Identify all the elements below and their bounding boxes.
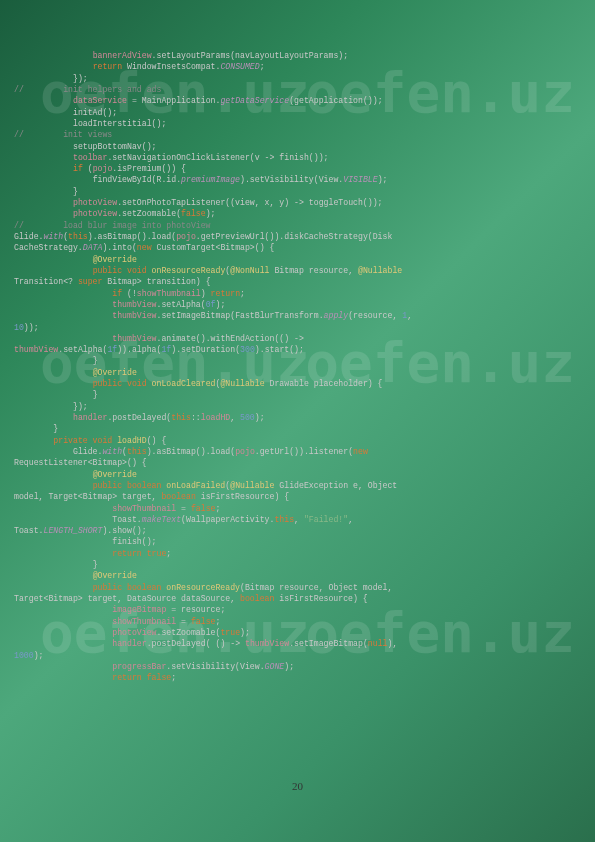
code-line: photoView.setOnPhotoTapListener((view, x…	[14, 197, 581, 208]
code-line: thumbView.animate().withEndAction(() ->	[14, 333, 581, 344]
code-line: }	[14, 389, 581, 400]
code-line: showThumbnail = false;	[14, 503, 581, 514]
code-line: initAd();	[14, 107, 581, 118]
code-line: @Override	[14, 367, 581, 378]
code-line: public void onResourceReady(@NonNull Bit…	[14, 265, 581, 276]
code-line: setupBottomNav();	[14, 141, 581, 152]
code-line: 10));	[14, 322, 581, 333]
code-line: Transition<? super Bitmap> transition) {	[14, 276, 581, 287]
code-line: photoView.setZoomable(false);	[14, 208, 581, 219]
code-line: CacheStrategy.DATA).into(new CustomTarge…	[14, 242, 581, 253]
code-line: });	[14, 73, 581, 84]
code-line: thumbView.setAlpha(1f)).alpha(1f).setDur…	[14, 344, 581, 355]
code-line: return false;	[14, 672, 581, 683]
code-line: imageBitmap = resource;	[14, 604, 581, 615]
code-line: findViewById(R.id.premiumImage).setVisib…	[14, 174, 581, 185]
code-line: 1000);	[14, 650, 581, 661]
code-line: model, Target<Bitmap> target, boolean is…	[14, 491, 581, 502]
code-block: bannerAdView.setLayoutParams(navLayoutLa…	[0, 0, 595, 694]
code-line: showThumbnail = false;	[14, 616, 581, 627]
code-line: if (pojo.isPremium()) {	[14, 163, 581, 174]
code-line: private void loadHD() {	[14, 435, 581, 446]
code-line: if (!showThumbnail) return;	[14, 288, 581, 299]
code-line: photoView.setZoomable(true);	[14, 627, 581, 638]
code-line: }	[14, 423, 581, 434]
code-line: public boolean onResourceReady(Bitmap re…	[14, 582, 581, 593]
code-line: @Override	[14, 570, 581, 581]
code-line: thumbView.setAlpha(0f);	[14, 299, 581, 310]
code-line: });	[14, 401, 581, 412]
code-line: }	[14, 355, 581, 366]
code-line: Toast.makeText(WallpaperActivity.this, "…	[14, 514, 581, 525]
code-line: @Override	[14, 469, 581, 480]
code-line: // init helpers and ads	[14, 84, 581, 95]
code-line: }	[14, 559, 581, 570]
code-line: handler.postDelayed(this::loadHD, 500);	[14, 412, 581, 423]
code-line: // load blur image into photoView	[14, 220, 581, 231]
page-number: 20	[292, 780, 303, 792]
code-line: RequestListener<Bitmap>() {	[14, 457, 581, 468]
code-line: thumbView.setImageBitmap(FastBlurTransfo…	[14, 310, 581, 321]
code-line: loadInterstitial();	[14, 118, 581, 129]
code-line: return true;	[14, 548, 581, 559]
code-line: progressBar.setVisibility(View.GONE);	[14, 661, 581, 672]
code-line: bannerAdView.setLayoutParams(navLayoutLa…	[14, 50, 581, 61]
code-line: public boolean onLoadFailed(@Nullable Gl…	[14, 480, 581, 491]
code-line: Toast.LENGTH_SHORT).show();	[14, 525, 581, 536]
code-line: Glide.with(this).asBitmap().load(pojo.ge…	[14, 231, 581, 242]
code-line: // init views	[14, 129, 581, 140]
code-line: Glide.with(this).asBitmap().load(pojo.ge…	[14, 446, 581, 457]
code-line: Target<Bitmap> target, DataSource dataSo…	[14, 593, 581, 604]
code-line: @Override	[14, 254, 581, 265]
code-line: toolbar.setNavigationOnClickListener(v -…	[14, 152, 581, 163]
code-line: dataService = MainApplication.getDataSer…	[14, 95, 581, 106]
code-line: }	[14, 186, 581, 197]
code-line: finish();	[14, 536, 581, 547]
code-line: return WindowInsetsCompat.CONSUMED;	[14, 61, 581, 72]
code-line: public void onLoadCleared(@Nullable Draw…	[14, 378, 581, 389]
code-line: handler.postDelayed( () -> thumbView.set…	[14, 638, 581, 649]
